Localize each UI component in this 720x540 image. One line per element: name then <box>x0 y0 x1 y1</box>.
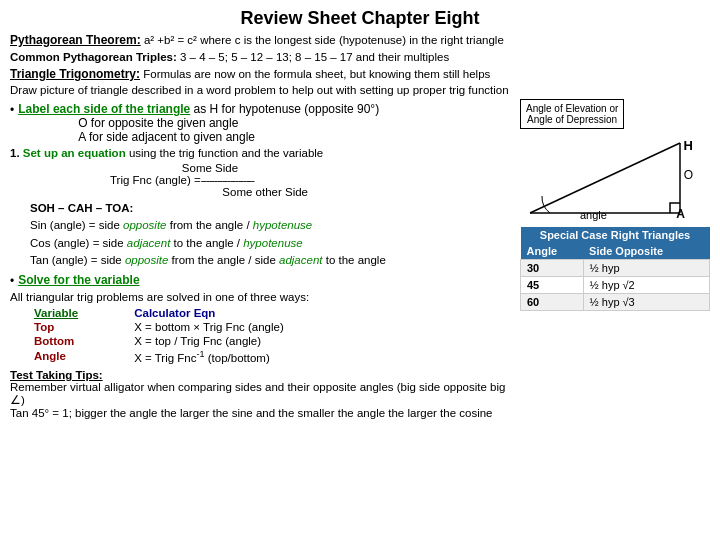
svg-line-2 <box>530 143 680 213</box>
tan-adjacent: adjacent <box>279 254 322 266</box>
special-row-45: 45 ½ hyp √2 <box>521 277 710 294</box>
trig-fnc-label: Trig Fnc (angle) = <box>110 174 201 186</box>
angle-30: 30 <box>521 260 584 277</box>
bullet-1-dot: • <box>10 103 14 117</box>
bullet-2-text: Solve for the variable <box>18 273 139 287</box>
draw-instruction: Draw picture of triangle described in a … <box>10 84 710 96</box>
var-bottom-label: Bottom <box>30 334 130 348</box>
sin-opposite: opposite <box>123 219 166 231</box>
trig-eq-line: Trig Fnc (angle) = -------------------- <box>110 174 310 186</box>
step1-text-rest: using the trig function and the variable <box>129 147 323 159</box>
cos-hyp: hypotenuse <box>243 237 302 249</box>
pythagorean-line: Pythagorean Theorem: a² +b² = c² where c… <box>10 33 710 47</box>
solve-intro: All triangular trig problems are solved … <box>10 291 514 303</box>
page-title: Review Sheet Chapter Eight <box>10 8 710 29</box>
trig-label: Triangle Trigonometry: <box>10 67 140 81</box>
var-row-top: Top X = bottom × Trig Fnc (angle) <box>30 320 433 334</box>
special-case-tbody: 30 ½ hyp 45 ½ hyp √2 60 ½ hyp √3 <box>521 260 710 311</box>
bullet-2-dot: • <box>10 274 14 288</box>
test-tips-title: Test Taking Tips: <box>10 369 103 381</box>
triangle-angle-label: angle <box>580 209 607 221</box>
test-tips-line1: Remember virtual alligator when comparin… <box>10 381 514 407</box>
right-column: Angle of Elevation or Angle of Depressio… <box>520 99 710 419</box>
special-row-30: 30 ½ hyp <box>521 260 710 277</box>
special-case-title: Special Case Right Triangles <box>521 227 710 243</box>
side-30: ½ hyp <box>583 260 709 277</box>
label-triangle-rest: as H for hypotenuse (opposite 90°) <box>194 102 380 116</box>
trig-dashes: -------------------- <box>201 174 254 186</box>
test-tips-line2: Tan 45° = 1; bigger the angle the larger… <box>10 407 514 419</box>
label-triangle-text: Label each side of the triangle <box>18 102 190 116</box>
side-col-header: Side Opposite <box>583 243 709 260</box>
cos-adjacent: adjacent <box>127 237 170 249</box>
var-top-eq: X = bottom × Trig Fnc (angle) <box>130 320 433 334</box>
var-row-angle: Angle X = Trig Fnc-1 (top/bottom) <box>30 348 433 365</box>
trig-section-line: Triangle Trigonometry: Formulas are now … <box>10 67 710 81</box>
trig-some-side: Some Side <box>110 162 310 174</box>
var-angle-label: Angle <box>30 348 130 365</box>
triangle-O-label: O <box>684 168 693 182</box>
tan-opposite: opposite <box>125 254 168 266</box>
pythagorean-formula: a² +b² = c² <box>144 34 197 46</box>
soh-block: SOH – CAH – TOA: Sin (angle) = side oppo… <box>30 200 514 269</box>
soh-cos: Cos (angle) = side adjacent to the angle… <box>30 235 514 252</box>
var-col-header: Variable <box>30 306 130 320</box>
angle-col-header: Angle <box>521 243 584 260</box>
label-line-O: O for opposite the given angle <box>78 116 379 130</box>
step1-text-green: Set up an equation <box>23 147 126 159</box>
bullet-item-1: • Label each side of the triangle as H f… <box>10 102 514 144</box>
triangle-A-label: A <box>676 207 685 221</box>
calc-col-header: Calculator Eqn <box>130 306 433 320</box>
triples-line: Common Pythagorean Triples: 3 – 4 – 5; 5… <box>10 51 710 63</box>
main-layout: • Label each side of the triangle as H f… <box>10 99 710 419</box>
angle-60: 60 <box>521 294 584 311</box>
var-top-label: Top <box>30 320 130 334</box>
triangle-diagram: H O angle A <box>520 133 695 223</box>
triangle-svg <box>520 133 695 223</box>
trig-desc: Formulas are now on the formula sheet, b… <box>143 68 490 80</box>
side-60: ½ hyp √3 <box>583 294 709 311</box>
angle-elevation-text: Angle of Elevation or Angle of Depressio… <box>526 103 618 125</box>
soh-sin: Sin (angle) = side opposite from the ang… <box>30 217 514 234</box>
angle-45: 45 <box>521 277 584 294</box>
triangle-H-label: H <box>684 138 693 153</box>
var-bottom-eq: X = top / Trig Fnc (angle) <box>130 334 433 348</box>
angle-elevation-box: Angle of Elevation or Angle of Depressio… <box>520 99 624 129</box>
side-45: ½ hyp √2 <box>583 277 709 294</box>
test-section: Test Taking Tips: Remember virtual allig… <box>10 369 514 419</box>
pythagorean-label: Pythagorean Theorem: <box>10 33 141 47</box>
trig-other-side: Some other Side <box>110 186 310 198</box>
special-header-row: Special Case Right Triangles <box>521 227 710 243</box>
var-header-row: Variable Calculator Eqn <box>30 306 433 320</box>
triples-values: 3 – 4 – 5; 5 – 12 – 13; 8 – 15 – 17 and … <box>180 51 449 63</box>
var-row-bottom: Bottom X = top / Trig Fnc (angle) <box>30 334 433 348</box>
bullet-item-2: • Solve for the variable <box>10 273 514 288</box>
pythagorean-desc: where c is the longest side (hypotenuse)… <box>200 34 504 46</box>
triples-label: Common Pythagorean Triples: <box>10 51 177 63</box>
soh-title: SOH – CAH – TOA: <box>30 200 514 217</box>
step1-line: 1. Set up an equation using the trig fun… <box>10 147 514 159</box>
step1-number: 1. <box>10 147 20 159</box>
left-column: • Label each side of the triangle as H f… <box>10 99 514 419</box>
label-line-A: A for side adjacent to given angle <box>78 130 379 144</box>
bullet-1-content: Label each side of the triangle as H for… <box>18 102 379 144</box>
trig-fnc-block: Some Side Trig Fnc (angle) = -----------… <box>110 162 514 198</box>
special-case-table: Special Case Right Triangles Angle Side … <box>520 227 710 311</box>
variable-table: Variable Calculator Eqn Top X = bottom ×… <box>30 306 433 365</box>
special-col-headers: Angle Side Opposite <box>521 243 710 260</box>
sin-hyp: hypotenuse <box>253 219 312 231</box>
soh-tan: Tan (angle) = side opposite from the ang… <box>30 252 514 269</box>
special-row-60: 60 ½ hyp √3 <box>521 294 710 311</box>
var-angle-eq: X = Trig Fnc-1 (top/bottom) <box>130 348 433 365</box>
